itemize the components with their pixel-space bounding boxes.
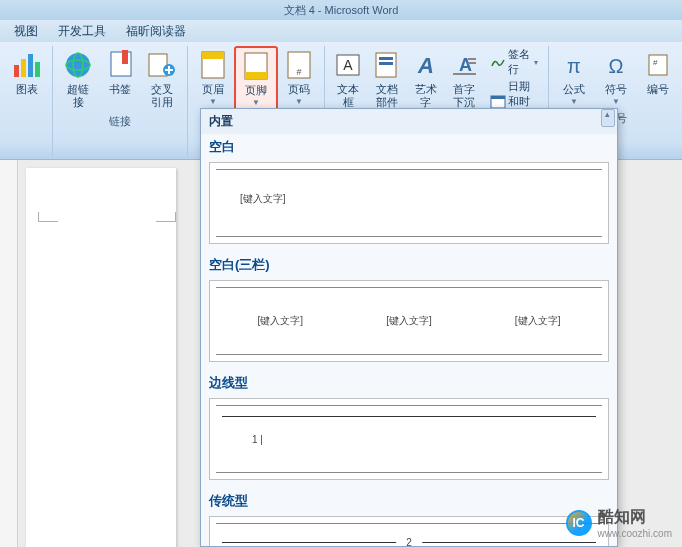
svg-rect-28 [491,96,505,99]
chevron-down-icon: ▼ [295,97,303,106]
bookmark-icon [105,49,137,81]
gallery-item-blank3col[interactable]: [键入文字] [键入文字] [键入文字] [209,280,609,362]
menu-foxit[interactable]: 福昕阅读器 [116,20,196,43]
svg-rect-20 [379,57,393,60]
bookmark-button[interactable]: 书签 [100,46,142,99]
gallery-scroll-up[interactable] [601,109,615,127]
pagenum-icon: # [283,49,315,81]
hyperlink-button[interactable]: 超链接 [57,46,100,112]
svg-text:A: A [343,57,353,73]
svg-rect-0 [14,65,19,77]
gallery-item-edge-label: 边线型 [201,370,617,396]
svg-rect-21 [379,62,393,65]
watermark-brand: 酷知网 [598,507,672,528]
chevron-down-icon: ▼ [612,97,620,106]
watermark: IC 酷知网 www.coozhi.com [566,507,672,539]
equation-button[interactable]: π 公式 ▼ [553,46,595,109]
gallery-item-blank-label: 空白 [201,134,617,160]
svg-text:A: A [417,53,434,78]
pagenum-button[interactable]: # 页码 ▼ [278,46,320,109]
menu-view[interactable]: 视图 [4,20,48,43]
gallery-item-classic-label: 传统型 [201,488,617,514]
sigline-button[interactable]: 签名行 ▾ [488,46,540,78]
ribbon-group-illustrations: 图表 [2,46,53,157]
crossref-button[interactable]: 交叉 引用 [141,46,183,112]
chevron-down-icon: ▼ [570,97,578,106]
svg-rect-3 [35,62,40,77]
menu-bar: 视图 开发工具 福昕阅读器 [0,20,682,42]
footer-icon [240,50,272,82]
svg-rect-12 [202,52,224,59]
vertical-ruler [0,160,18,547]
footer-gallery-popup: 内置 空白 [键入文字] 空白(三栏) [键入文字] [键入文字] [键入文字]… [200,108,618,547]
gallery-item-edge[interactable]: 1 | [209,398,609,480]
watermark-url: www.coozhi.com [598,528,672,539]
ribbon-group-links: 超链接 书签 交叉 引用 链接 [53,46,188,157]
watermark-logo: IC [566,510,592,536]
chevron-down-icon: ▼ [252,98,260,107]
window-title: 文档 4 - Microsoft Word [0,0,682,20]
equation-icon: π [558,49,590,81]
gallery-item-blank[interactable]: [键入文字] [209,162,609,244]
dropcap-icon: A [448,49,480,81]
svg-rect-14 [245,72,267,79]
group-label-links: 链接 [109,114,131,129]
document-page[interactable] [26,168,176,547]
svg-rect-1 [21,59,26,77]
menu-devtools[interactable]: 开发工具 [48,20,116,43]
parts-icon [371,49,403,81]
chart-icon [11,49,43,81]
gallery-heading-builtin: 内置 [201,109,617,134]
svg-point-4 [66,53,90,77]
svg-rect-24 [468,58,476,60]
svg-text:#: # [296,67,301,77]
signature-icon [490,54,506,70]
svg-text:Ω: Ω [609,55,624,77]
svg-rect-25 [468,62,476,64]
header-button[interactable]: 页眉 ▼ [192,46,234,109]
gallery-item-blank3col-label: 空白(三栏) [201,252,617,278]
crossref-icon [146,49,178,81]
wordart-icon: A [410,49,442,81]
hyperlink-icon [62,49,94,81]
gallery-item-classic[interactable]: 2 [209,516,609,547]
number-button[interactable]: # 编号 [637,46,679,99]
number-icon: # [642,49,674,81]
svg-rect-33 [649,55,667,75]
svg-rect-8 [122,50,128,64]
header-icon [197,49,229,81]
symbol-button[interactable]: Ω 符号 ▼ [595,46,637,109]
svg-rect-26 [453,73,476,75]
chart-button[interactable]: 图表 [6,46,48,99]
footer-button[interactable]: 页脚 ▼ [234,46,278,111]
svg-rect-2 [28,54,33,77]
chevron-down-icon: ▼ [209,97,217,106]
textbox-icon: A [332,49,364,81]
svg-text:π: π [567,55,581,77]
svg-text:#: # [653,58,658,67]
symbol-icon: Ω [600,49,632,81]
